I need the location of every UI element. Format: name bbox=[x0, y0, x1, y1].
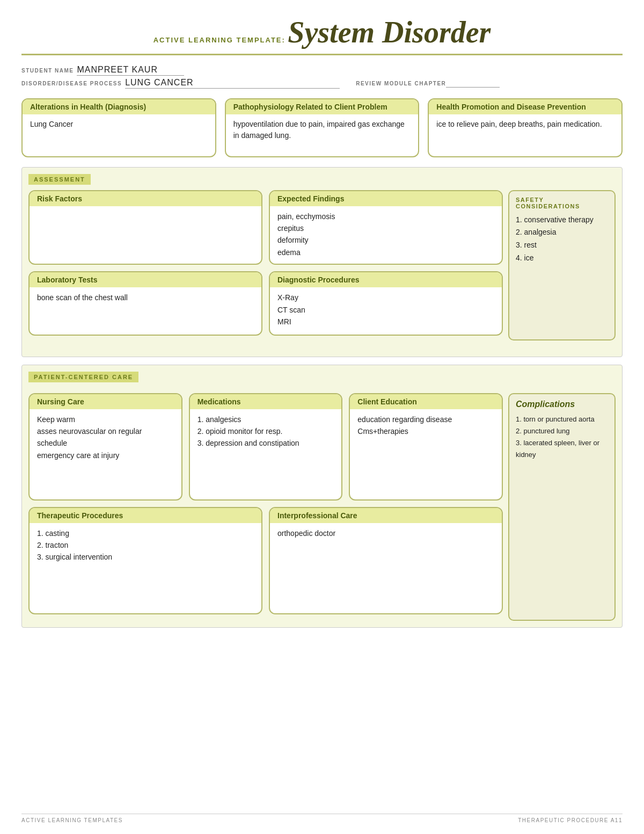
pcc-grid-row1: Nursing Care Keep warm asses neurovascul… bbox=[28, 393, 503, 501]
footer: ACTIVE LEARNING TEMPLATES THERAPEUTIC PR… bbox=[21, 814, 623, 823]
diagnostic-content: X-Ray CT scan MRI bbox=[277, 292, 494, 328]
assessment-box-risk: Risk Factors bbox=[28, 190, 262, 265]
disorder-value: lung cancer bbox=[125, 78, 340, 89]
safety-title: SAFETY CONSIDERATIONS bbox=[516, 197, 608, 209]
complications-box: Complications 1. torn or punctured aorta… bbox=[508, 393, 616, 621]
assessment-box-diagnostic: Diagnostic Procedures X-Ray CT scan MRI bbox=[269, 271, 503, 336]
pcc-therapeutic: Therapeutic Procedures 1. casting 2. tra… bbox=[28, 507, 262, 614]
interprofessional-title: Interprofessional Care bbox=[270, 508, 502, 523]
top-box-1-title: Pathophysiology Related to Client Proble… bbox=[226, 99, 419, 114]
footer-right: THERAPEUTIC PROCEDURE A11 bbox=[518, 817, 623, 823]
safety-content: 1. conservative therapy 2. analgesia 3. … bbox=[516, 214, 608, 265]
nursing-title: Nursing Care bbox=[30, 394, 181, 409]
top-box-0-title: Alterations in Health (Diagnosis) bbox=[23, 99, 215, 114]
expected-content: pain, ecchymosis crepitus deformity edem… bbox=[277, 211, 494, 259]
complications-content: 1. torn or punctured aorta 2. punctured … bbox=[516, 414, 608, 461]
review-value bbox=[446, 78, 500, 88]
name-label: STUDENT NAME bbox=[21, 68, 74, 74]
review-label: REVIEW MODULE CHAPTER bbox=[356, 81, 446, 86]
safety-box: SAFETY CONSIDERATIONS 1. conservative th… bbox=[508, 190, 616, 340]
footer-left: ACTIVE LEARNING TEMPLATES bbox=[21, 817, 123, 823]
expected-title: Expected Findings bbox=[270, 191, 502, 206]
pcc-client-ed: Client Education education regarding dis… bbox=[349, 393, 503, 501]
assessment-grid: Risk Factors Expected Findings pain, ecc… bbox=[28, 190, 503, 336]
complications-title: Complications bbox=[516, 400, 608, 409]
lab-content: bone scan of the chest wall bbox=[37, 292, 254, 303]
top-boxes: Alterations in Health (Diagnosis) Lung C… bbox=[21, 98, 623, 157]
header-active-label: ACTIVE LEARNING TEMPLATE: bbox=[153, 36, 286, 44]
assessment-box-expected: Expected Findings pain, ecchymosis crepi… bbox=[269, 190, 503, 265]
student-name-value: Manpreet kaur bbox=[77, 65, 184, 76]
interprofessional-content: orthopedic doctor bbox=[277, 527, 494, 539]
lab-title: Laboratory Tests bbox=[30, 272, 261, 287]
student-info: STUDENT NAME Manpreet kaur DISORDER/DISE… bbox=[21, 65, 623, 89]
assessment-section-label: ASSESSMENT bbox=[28, 174, 91, 185]
client-ed-content: education regarding disease Cms+therapie… bbox=[357, 414, 494, 438]
top-box-2-content: ice to relieve pain, deep breaths, pain … bbox=[436, 119, 614, 130]
risk-title: Risk Factors bbox=[30, 191, 261, 206]
page: ACTIVE LEARNING TEMPLATE: System Disorde… bbox=[0, 0, 644, 834]
pcc-medications: Medications 1. analgesics 2. opioid moni… bbox=[189, 393, 343, 501]
medications-content: 1. analgesics 2. opioid monitor for resp… bbox=[197, 414, 334, 449]
pcc-area: Nursing Care Keep warm asses neurovascul… bbox=[28, 393, 616, 621]
pcc-main: Nursing Care Keep warm asses neurovascul… bbox=[28, 393, 508, 621]
assessment-box-lab: Laboratory Tests bone scan of the chest … bbox=[28, 271, 262, 336]
top-box-2-title: Health Promotion and Disease Prevention bbox=[429, 99, 621, 114]
pcc-interprofessional: Interprofessional Care orthopedic doctor bbox=[269, 507, 503, 614]
pcc-grid-row2: Therapeutic Procedures 1. casting 2. tra… bbox=[28, 507, 503, 614]
medications-title: Medications bbox=[190, 394, 342, 409]
top-box-2: Health Promotion and Disease Prevention … bbox=[428, 98, 623, 157]
pcc-nursing: Nursing Care Keep warm asses neurovascul… bbox=[28, 393, 182, 501]
therapeutic-content: 1. casting 2. tracton 3. surgical interv… bbox=[37, 527, 254, 563]
pcc-section: PATIENT-CENTERED CARE Nursing Care Keep … bbox=[21, 365, 623, 628]
pcc-section-label: PATIENT-CENTERED CARE bbox=[28, 372, 138, 382]
top-box-1-content: hypoventilation due to pain, impaired ga… bbox=[233, 119, 411, 141]
assessment-area: Risk Factors Expected Findings pain, ecc… bbox=[28, 190, 616, 340]
nursing-content: Keep warm asses neurovascular on regular… bbox=[37, 414, 174, 462]
disorder-label: DISORDER/DISEASE PROCESS bbox=[21, 81, 122, 86]
diagnostic-title: Diagnostic Procedures bbox=[270, 272, 502, 287]
assessment-section: ASSESSMENT Risk Factors Expected Finding… bbox=[21, 167, 623, 357]
header: ACTIVE LEARNING TEMPLATE: System Disorde… bbox=[21, 11, 623, 55]
top-box-0: Alterations in Health (Diagnosis) Lung C… bbox=[21, 98, 216, 157]
top-box-1: Pathophysiology Related to Client Proble… bbox=[225, 98, 420, 157]
client-ed-title: Client Education bbox=[350, 394, 502, 409]
assessment-main: Risk Factors Expected Findings pain, ecc… bbox=[28, 190, 508, 340]
header-title: System Disorder bbox=[288, 16, 491, 49]
top-box-0-content: Lung Cancer bbox=[30, 119, 208, 130]
therapeutic-title: Therapeutic Procedures bbox=[30, 508, 261, 523]
